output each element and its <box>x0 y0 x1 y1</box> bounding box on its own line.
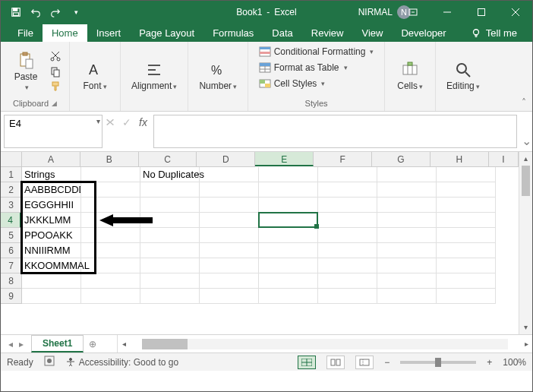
col-header-G[interactable]: G <box>372 152 430 167</box>
conditional-formatting-icon <box>259 46 271 58</box>
col-header-H[interactable]: H <box>430 152 489 167</box>
view-page-layout-button[interactable] <box>326 356 345 369</box>
copy-button[interactable] <box>48 65 63 78</box>
ribbon-tabs: File Home Insert Page Layout Formulas Da… <box>1 24 532 42</box>
svg-rect-10 <box>23 52 27 55</box>
svg-rect-11 <box>26 59 33 68</box>
editing-dropdown[interactable]: Editing▾ <box>442 59 484 93</box>
cell-E4[interactable] <box>259 213 318 228</box>
enter-formula-button[interactable]: ✓ <box>122 116 131 128</box>
row-header-4[interactable]: 4 <box>1 213 21 228</box>
col-header-F[interactable]: F <box>314 152 372 167</box>
tab-developer[interactable]: Developer <box>392 24 455 42</box>
formula-input[interactable] <box>153 115 517 148</box>
row-header-5[interactable]: 5 <box>1 228 22 243</box>
cell-A3[interactable]: EGGGHHII <box>22 198 81 213</box>
scroll-right-button[interactable]: ▸ <box>520 340 532 348</box>
ribbon-options-button[interactable] <box>396 1 430 24</box>
tab-data[interactable]: Data <box>263 24 301 42</box>
col-header-A[interactable]: A <box>22 152 80 167</box>
col-header-I[interactable]: I <box>489 152 519 167</box>
zoom-level[interactable]: 100% <box>503 357 526 368</box>
col-header-D[interactable]: D <box>197 152 255 167</box>
col-header-C[interactable]: C <box>139 152 197 167</box>
row-header-7[interactable]: 7 <box>1 258 22 273</box>
zoom-slider[interactable] <box>400 361 476 364</box>
row-header-2[interactable]: 2 <box>1 182 22 198</box>
tab-page-layout[interactable]: Page Layout <box>130 24 203 42</box>
name-box[interactable]: E4 ▾ <box>4 115 102 148</box>
cell-C1[interactable]: No Duplicates <box>140 167 200 182</box>
tab-home[interactable]: Home <box>43 24 87 42</box>
row-header-9[interactable]: 9 <box>1 289 22 304</box>
save-button[interactable] <box>7 3 25 21</box>
row-header-8[interactable]: 8 <box>1 273 22 289</box>
row-header-1[interactable]: 1 <box>1 167 22 182</box>
collapse-ribbon-button[interactable]: ˄ <box>522 97 526 108</box>
row-header-6[interactable]: 6 <box>1 243 22 258</box>
cells-dropdown[interactable]: Cells▾ <box>391 59 429 93</box>
sheet-nav-next[interactable]: ▸ <box>19 339 24 349</box>
sheet-tab-sheet1[interactable]: Sheet1 <box>31 335 84 352</box>
cell-A6[interactable]: NNIIIRMM <box>22 243 81 258</box>
grid[interactable]: A B C D E F G H I 1 2 3 4 5 6 7 8 9 Stri… <box>1 152 519 334</box>
vertical-scrollbar[interactable]: ▴ ▾ <box>519 152 532 334</box>
tab-view[interactable]: View <box>352 24 392 42</box>
redo-button[interactable] <box>46 3 65 21</box>
cell-A5[interactable]: PPOOAKK <box>22 228 81 243</box>
cell-H1[interactable] <box>437 167 496 182</box>
tab-insert[interactable]: Insert <box>87 24 131 42</box>
tell-me-search[interactable]: Tell me <box>465 24 523 42</box>
cell-F1[interactable] <box>318 167 377 182</box>
tab-review[interactable]: Review <box>302 24 353 42</box>
insert-function-button[interactable]: fx <box>139 116 147 128</box>
cell-B1[interactable] <box>81 167 140 182</box>
formula-bar: E4 ▾ ✕ ✓ fx ⌄ <box>1 112 532 151</box>
cell-G1[interactable] <box>377 167 437 182</box>
cell-A7[interactable]: KKOOMMMAL <box>22 258 81 273</box>
maximize-button[interactable] <box>464 1 498 24</box>
col-header-E[interactable]: E <box>255 152 314 166</box>
cell-A2[interactable]: AABBBCDDD <box>22 182 81 198</box>
cut-button[interactable] <box>48 49 63 63</box>
tab-file[interactable]: File <box>8 24 43 42</box>
view-normal-button[interactable] <box>298 356 316 369</box>
font-dropdown[interactable]: A Font▾ <box>76 59 114 93</box>
cancel-formula-button[interactable]: ✕ <box>105 116 115 128</box>
format-painter-button[interactable] <box>48 80 63 93</box>
format-as-table-button[interactable]: Format as Table▾ <box>257 61 349 74</box>
scroll-down-button[interactable]: ▾ <box>519 321 532 334</box>
conditional-formatting-button[interactable]: Conditional Formatting▾ <box>257 45 376 58</box>
paste-button[interactable]: Paste▾ <box>7 50 45 93</box>
scroll-left-button[interactable]: ◂ <box>118 340 130 348</box>
undo-button[interactable] <box>27 3 45 21</box>
cell-D1[interactable] <box>200 167 259 182</box>
sheet-nav-prev[interactable]: ◂ <box>8 339 13 349</box>
view-page-break-button[interactable] <box>355 356 374 369</box>
new-sheet-button[interactable]: ⊕ <box>84 335 102 352</box>
horizontal-scrollbar[interactable]: ◂ ▸ <box>117 335 532 352</box>
expand-formula-bar-button[interactable]: ⌄ <box>520 112 532 151</box>
cell-E1[interactable] <box>259 167 318 182</box>
scroll-up-button[interactable]: ▴ <box>519 152 532 166</box>
cell-A4[interactable]: JKKKLMM <box>22 213 81 228</box>
accessibility-status[interactable]: Accessibility: Good to go <box>65 357 178 368</box>
zoom-out-button[interactable]: − <box>384 357 390 368</box>
alignment-dropdown[interactable]: Alignment▾ <box>127 59 181 93</box>
cell-styles-button[interactable]: Cell Styles▾ <box>257 77 327 90</box>
select-all-corner[interactable] <box>1 152 22 167</box>
qat-customize-button[interactable]: ▾ <box>66 3 84 21</box>
tab-formulas[interactable]: Formulas <box>203 24 263 42</box>
hscroll-thumb[interactable] <box>142 339 188 349</box>
col-header-B[interactable]: B <box>80 152 139 167</box>
row-header-3[interactable]: 3 <box>1 198 22 213</box>
clipboard-launcher[interactable]: ◢ <box>52 100 57 107</box>
cells[interactable]: StringsNo Duplicates AABBBCDDD EGGGHHII … <box>22 167 519 334</box>
zoom-in-button[interactable]: + <box>487 357 492 368</box>
macro-record-button[interactable] <box>44 356 55 368</box>
number-dropdown[interactable]: % Number▾ <box>194 59 241 93</box>
minimize-button[interactable] <box>430 1 464 24</box>
cell-A1[interactable]: Strings <box>22 167 81 182</box>
scroll-thumb[interactable] <box>522 166 530 196</box>
close-button[interactable] <box>498 1 532 24</box>
